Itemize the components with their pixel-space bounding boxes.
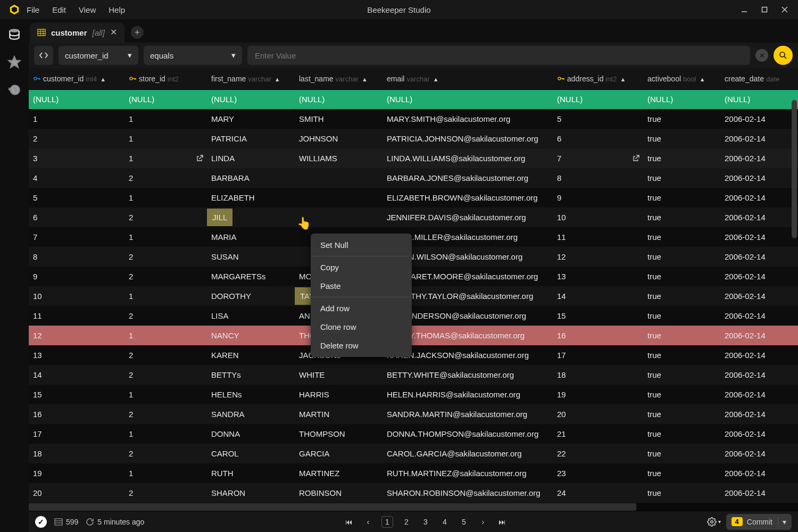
table-cell[interactable]: 11 xyxy=(29,306,124,326)
table-settings-button[interactable]: ▾ xyxy=(707,517,721,527)
table-cell[interactable]: 15 xyxy=(553,306,643,326)
table-cell[interactable]: ELIZABETH.BROWN@sakilacustomer.org xyxy=(383,188,553,207)
table-row[interactable]: 42BARBARABARBARA.JONES@sakilacustomer.or… xyxy=(29,168,798,188)
horizontal-scrollbar[interactable] xyxy=(29,503,636,511)
table-row[interactable]: 151HELENsHARRISHELEN.HARRIS@sakilacustom… xyxy=(29,385,798,404)
table-cell[interactable]: 2 xyxy=(124,404,207,424)
table-cell[interactable]: JILL xyxy=(207,207,295,227)
table-cell[interactable]: 16 xyxy=(553,326,643,345)
table-cell[interactable]: HELENs xyxy=(207,385,295,404)
pager-prev-button[interactable]: ‹ xyxy=(362,516,374,528)
table-cell[interactable]: 1 xyxy=(124,188,207,207)
table-cell[interactable]: true xyxy=(643,306,720,326)
history-icon[interactable] xyxy=(7,83,21,97)
table-cell[interactable]: 2 xyxy=(29,129,124,148)
table-cell[interactable]: GARCIA xyxy=(295,444,383,463)
table-cell[interactable]: 1 xyxy=(124,227,207,247)
table-cell[interactable]: PATRICIA xyxy=(207,129,295,148)
filter-operator-select[interactable]: equals ▾ xyxy=(144,46,242,65)
table-cell[interactable]: MARTIN xyxy=(295,404,383,424)
table-cell[interactable]: 23 xyxy=(553,463,643,483)
table-cell[interactable]: 2006-02-14 xyxy=(720,385,798,404)
database-icon[interactable] xyxy=(7,28,21,41)
table-cell[interactable]: 1 xyxy=(124,424,207,444)
table-cell[interactable]: 16 xyxy=(29,404,124,424)
table-cell[interactable]: 6 xyxy=(29,207,124,227)
table-cell[interactable]: RUTH.MARTINEZ@sakilacustomer.org xyxy=(383,463,553,483)
table-cell[interactable]: MARIA xyxy=(207,227,295,247)
table-cell[interactable]: LINDA.WILLIAMS@sakilacustomer.org xyxy=(383,148,553,168)
run-filter-button[interactable] xyxy=(774,46,793,65)
menu-file[interactable]: File xyxy=(27,5,39,14)
context-menu-item[interactable]: Delete row xyxy=(311,336,412,355)
table-cell[interactable]: 4 xyxy=(29,168,124,188)
table-cell[interactable] xyxy=(295,168,383,188)
table-cell[interactable]: 14 xyxy=(29,365,124,385)
table-cell[interactable]: 8 xyxy=(553,168,643,188)
context-menu-item[interactable]: Add row xyxy=(311,299,412,318)
table-cell[interactable]: (NULL) xyxy=(124,89,207,109)
table-cell[interactable]: 2006-02-14 xyxy=(720,207,798,227)
open-external-icon[interactable] xyxy=(195,154,204,163)
table-cell[interactable]: 1 xyxy=(124,463,207,483)
table-cell[interactable]: 15 xyxy=(29,385,124,404)
clear-filter-button[interactable]: ✕ xyxy=(755,49,768,62)
table-cell[interactable]: SHARON.ROBINSON@sakilacustomer.org xyxy=(383,483,553,503)
table-row[interactable]: 62JILLJENNIFER.DAVIS@sakilacustomer.org1… xyxy=(29,207,798,227)
vertical-scrollbar[interactable] xyxy=(792,100,797,238)
table-cell[interactable]: LISA xyxy=(207,306,295,326)
table-cell[interactable]: true xyxy=(643,345,720,365)
table-cell[interactable]: 2006-02-14 xyxy=(720,148,798,168)
table-cell[interactable]: true xyxy=(643,148,720,168)
context-menu-item[interactable]: Paste xyxy=(311,277,412,295)
table-cell[interactable]: (NULL) xyxy=(553,89,643,109)
add-tab-button[interactable]: + xyxy=(131,26,144,39)
menu-help[interactable]: Help xyxy=(109,5,125,14)
table-cell[interactable]: 2 xyxy=(124,444,207,463)
table-cell[interactable]: 13 xyxy=(553,267,643,286)
table-cell[interactable]: RUTH xyxy=(207,463,295,483)
table-cell[interactable]: 7 xyxy=(553,148,643,168)
table-cell[interactable]: DONNA xyxy=(207,424,295,444)
table-cell[interactable]: HELEN.HARRIS@sakilacustomer.org xyxy=(383,385,553,404)
pager-page-5[interactable]: 5 xyxy=(458,516,470,528)
table-cell[interactable]: true xyxy=(643,463,720,483)
table-cell[interactable]: (NULL) xyxy=(29,89,124,109)
table-cell[interactable]: 9 xyxy=(553,188,643,207)
tab-customer[interactable]: customer [all] ✕ xyxy=(30,22,124,43)
pager-page-4[interactable]: 4 xyxy=(439,516,451,528)
table-cell[interactable]: 21 xyxy=(553,424,643,444)
table-cell[interactable]: 2 xyxy=(124,306,207,326)
pager-page-1[interactable]: 1 xyxy=(381,516,393,528)
table-cell[interactable]: 22 xyxy=(553,444,643,463)
table-cell[interactable]: BARBARA.JONES@sakilacustomer.org xyxy=(383,168,553,188)
table-cell[interactable]: 8 xyxy=(29,247,124,267)
table-cell[interactable]: 2006-02-14 xyxy=(720,345,798,365)
table-row[interactable]: 21PATRICIAJOHNSONPATRICIA.JOHNSON@sakila… xyxy=(29,129,798,148)
table-cell[interactable]: 2006-02-14 xyxy=(720,247,798,267)
table-cell[interactable]: 2006-02-14 xyxy=(720,365,798,385)
table-cell[interactable]: true xyxy=(643,207,720,227)
table-cell[interactable]: 7 xyxy=(29,227,124,247)
table-cell[interactable]: 3 xyxy=(29,148,124,168)
pager-first-button[interactable]: ⏮ xyxy=(343,516,355,528)
table-cell[interactable]: 18 xyxy=(553,365,643,385)
table-cell[interactable]: CAROL xyxy=(207,444,295,463)
table-cell[interactable]: true xyxy=(643,424,720,444)
table-cell[interactable]: 1 xyxy=(29,109,124,129)
table-cell[interactable]: 13 xyxy=(29,345,124,365)
table-cell[interactable]: KAREN xyxy=(207,345,295,365)
pager-last-button[interactable]: ⏭ xyxy=(496,516,508,528)
table-row[interactable]: 121NANCYTHOMASsdfsdfNANCY.THOMAS@sakilac… xyxy=(29,326,798,345)
table-cell[interactable]: DOROTHY xyxy=(207,286,295,306)
table-cell[interactable]: 12 xyxy=(29,326,124,345)
tab-close-icon[interactable]: ✕ xyxy=(110,28,117,37)
table-cell[interactable]: true xyxy=(643,227,720,247)
table-cell[interactable]: (NULL) xyxy=(207,89,295,109)
table-cell[interactable]: JENNIFER.DAVIS@sakilacustomer.org xyxy=(383,207,553,227)
table-cell[interactable]: 1 xyxy=(124,129,207,148)
table-cell[interactable]: 11 xyxy=(553,227,643,247)
table-cell[interactable]: 2 xyxy=(124,168,207,188)
filter-column-select[interactable]: customer_id ▾ xyxy=(59,46,138,65)
menu-view[interactable]: View xyxy=(79,5,96,14)
